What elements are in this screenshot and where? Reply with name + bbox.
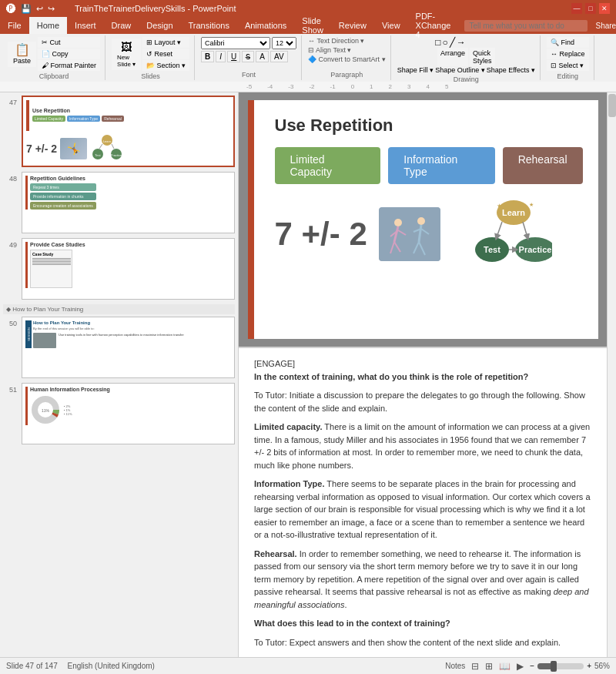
zoom-out-button[interactable]: − <box>530 662 534 670</box>
slide48-inner: Repetition Guidelines Repeat 3 times Pro… <box>25 176 231 210</box>
copy-button[interactable]: 📄 Copy <box>38 49 100 59</box>
view-normal[interactable]: ⊟ <box>471 661 479 672</box>
zoom-in-button[interactable]: + <box>587 662 591 670</box>
case-line-5 <box>32 264 71 265</box>
notes-tutor2: To Tutor: Expect answers and then show t… <box>254 636 591 649</box>
shape-circle[interactable]: ○ <box>443 37 448 48</box>
text-shadow-button[interactable]: A <box>256 51 269 62</box>
main-area: 47 Use Repetition Limited Capacity Infor… <box>0 92 616 657</box>
slide-thumbnail-51[interactable]: Human Information Processing 11% ▪ 2% ▪ … <box>22 383 235 444</box>
paste-button[interactable]: 📋 Paste <box>8 42 36 67</box>
format-painter-button[interactable]: 🖌 Format Painter <box>38 60 100 71</box>
zoom-slider[interactable] <box>537 663 584 669</box>
svg-line-33 <box>497 222 502 237</box>
vertical-scrollbar[interactable] <box>607 92 616 657</box>
slide-panel[interactable]: 47 Use Repetition Limited Capacity Infor… <box>0 92 239 657</box>
slide51-content: Human Information Processing 11% ▪ 2% ▪ … <box>30 387 110 425</box>
replace-button[interactable]: ↔ Replace <box>547 49 589 59</box>
paragraph-label: Paragraph <box>330 71 363 79</box>
badge-info: Information Type <box>67 116 100 122</box>
qat-redo[interactable]: ↪ <box>48 4 55 14</box>
svg-point-19 <box>417 217 425 225</box>
tab-view[interactable]: View <box>374 17 408 34</box>
char-spacing-button[interactable]: AV <box>270 51 288 62</box>
zoom-level[interactable]: 56% <box>594 662 610 670</box>
quick-styles-button[interactable]: QuickStyles <box>470 48 495 66</box>
search-input[interactable] <box>464 20 588 32</box>
shape-effects[interactable]: Shape Effects ▾ <box>487 66 535 74</box>
section-button[interactable]: 📂 Section ▾ <box>142 60 189 71</box>
status-left: Slide 47 of 147 English (United Kingdom) <box>6 662 155 670</box>
shape-arrow[interactable]: → <box>457 37 466 48</box>
status-right: Notes ⊟ ⊞ 📖 ▶ − + 56% <box>445 661 610 672</box>
cut-button[interactable]: ✂ Cut <box>38 37 100 48</box>
notes-area[interactable]: [ENGAGE] In the context of training, wha… <box>239 347 607 657</box>
arrange-button[interactable]: Arrange <box>437 48 468 66</box>
tab-home[interactable]: Home <box>29 17 67 34</box>
shape-options: Shape Fill ▾ Shape Outline ▾ Shape Effec… <box>397 66 535 74</box>
title-bar: 🅟 💾 ↩ ↪ TrainTheTrainerDeliverySkills - … <box>0 0 616 17</box>
new-slide-button[interactable]: 🖼 NewSlide ▾ <box>112 39 141 70</box>
slide-thumbnail-49[interactable]: Provide Case Studies Case Study <box>22 238 235 300</box>
slide-item-50[interactable]: 50 SESSION How to Plan Your Training By … <box>3 317 235 378</box>
italic-button[interactable]: I <box>216 51 226 62</box>
shape-rect[interactable]: □ <box>435 37 440 48</box>
tab-transitions[interactable]: Transitions <box>181 17 237 34</box>
notes-toggle[interactable]: Notes <box>445 662 465 670</box>
maximize-button[interactable]: □ <box>585 3 596 14</box>
view-presenter[interactable]: ▶ <box>517 661 524 672</box>
slide-thumbnail-50[interactable]: SESSION How to Plan Your Training By the… <box>22 317 235 378</box>
find-button[interactable]: 🔍 Find <box>547 37 589 48</box>
tab-design[interactable]: Design <box>139 17 180 34</box>
slide49-case-title: Case Study <box>32 252 70 257</box>
slide-item-47[interactable]: 47 Use Repetition Limited Capacity Infor… <box>3 96 235 167</box>
notes-infotype-bold: Information Type. <box>254 479 324 488</box>
bold-button[interactable]: B <box>201 51 214 62</box>
view-slide-sorter[interactable]: ⊞ <box>485 661 493 672</box>
tab-file[interactable]: File <box>0 17 29 34</box>
slide-item-48[interactable]: 48 Repetition Guidelines Repeat 3 times … <box>3 172 235 233</box>
minimize-button[interactable]: — <box>571 3 582 14</box>
layout-button[interactable]: ⊞ Layout ▾ <box>142 37 189 48</box>
title-text: TrainTheTrainerDeliverySkills - PowerPoi… <box>75 4 236 13</box>
scrollbar-thumb[interactable] <box>608 94 616 117</box>
select-button[interactable]: ⊡ Select ▾ <box>547 60 589 71</box>
slide51-inner: Human Information Processing 11% ▪ 2% ▪ … <box>25 387 231 425</box>
font-controls: Calibri 12 B I U S̶ A AV <box>201 37 296 62</box>
tab-review[interactable]: Review <box>331 17 374 34</box>
shape-fill[interactable]: Shape Fill ▾ <box>397 66 434 74</box>
reset-button[interactable]: ↺ Reset <box>142 49 189 59</box>
tab-animations[interactable]: Animations <box>237 17 294 34</box>
qat-undo[interactable]: ↩ <box>36 4 43 14</box>
slide-item-49[interactable]: 49 Provide Case Studies Case Study <box>3 238 235 300</box>
slide-thumbnail-48[interactable]: Repetition Guidelines Repeat 3 times Pro… <box>22 172 235 233</box>
font-family-select[interactable]: Calibri <box>201 37 270 49</box>
view-reading[interactable]: 📖 <box>499 661 511 672</box>
tab-slideshow[interactable]: Slide Show <box>294 17 331 34</box>
shape-outline[interactable]: Shape Outline ▾ <box>435 66 485 74</box>
shape-line[interactable]: ╱ <box>450 37 455 48</box>
tab-pdf[interactable]: PDF-XChange 4 <box>408 17 459 34</box>
title-bar-left: 🅟 💾 ↩ ↪ TrainTheTrainerDeliverySkills - … <box>6 3 236 15</box>
zoom-slider-thumb[interactable] <box>551 661 557 672</box>
slide-thumbnail-47[interactable]: Use Repetition Limited Capacity Informat… <box>22 96 235 167</box>
notes-limited-bold: Limited capacity. <box>254 422 322 431</box>
dancers-svg <box>379 207 440 261</box>
tab-draw[interactable]: Draw <box>104 17 139 34</box>
slide-item-51[interactable]: 51 Human Information Processing 11% <box>3 383 235 444</box>
underline-button[interactable]: U <box>227 51 240 62</box>
slide50-title: How to Plan Your Training <box>33 320 231 325</box>
notes-content: [ENGAGE] In the context of training, wha… <box>254 357 591 649</box>
text-direction: ↔ Text Direction ▾ <box>308 37 386 45</box>
share-button[interactable]: Share <box>595 22 616 30</box>
strikethrough-button[interactable]: S̶ <box>242 51 254 62</box>
qat-save[interactable]: 💾 <box>21 4 32 14</box>
slide-main[interactable]: Use Repetition Limited Capacity Informat… <box>248 100 598 339</box>
slide-number-49: 49 <box>3 238 17 249</box>
slide-badges: Limited Capacity Information Type Rehear… <box>275 147 583 184</box>
font-size-select[interactable]: 12 <box>272 37 296 49</box>
svg-text:★: ★ <box>529 202 534 207</box>
ruler: -5-4-3-2-10 12345 <box>0 82 616 92</box>
tab-insert[interactable]: Insert <box>67 17 104 34</box>
close-button[interactable]: ✕ <box>599 3 610 14</box>
